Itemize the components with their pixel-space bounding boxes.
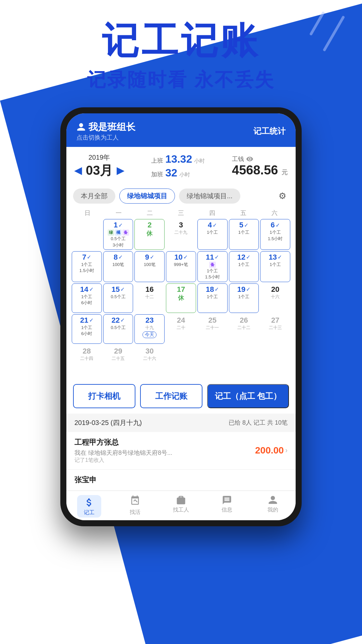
- record-item-1-left: 工程甲方张总 我在 绿地锦天府8号绿地锦天府8号... 记了1笔收入: [74, 437, 172, 464]
- phone-screen: 我是班组长 点击切换为工人 记工统计 2019年 ◀ 03月 ▶: [66, 113, 296, 520]
- cal-day-9[interactable]: 9 ✓ 100笔: [134, 251, 165, 282]
- record-item-2[interactable]: 张宝申: [66, 470, 296, 491]
- cal-day-28[interactable]: 28 二十四: [72, 345, 102, 375]
- cal-day-22[interactable]: 22 ✓ 0.5个工: [103, 314, 133, 344]
- cal-empty-1: [72, 219, 102, 250]
- cal-day-3[interactable]: 3 二十九: [166, 219, 196, 250]
- cal-day-14[interactable]: 14 ✓ 1个工6小时: [72, 283, 102, 313]
- weekday-mon: 一: [103, 209, 134, 217]
- cal-day-8[interactable]: 8 ✓ 100笔: [103, 251, 133, 282]
- cal-day-7[interactable]: 7 ✓ 1个工1.5小时: [72, 251, 102, 282]
- weekday-tue: 二: [134, 209, 165, 217]
- record-item-1-amount: 200.00 ›: [255, 445, 288, 456]
- cal-day-10[interactable]: 10 ✓ 999+笔: [166, 251, 196, 282]
- app-bar-subtitle[interactable]: 点击切换为工人: [76, 133, 135, 142]
- user-icon: [76, 122, 86, 132]
- filter-tab-all[interactable]: 本月全部: [73, 189, 115, 204]
- jigong-icon: [84, 497, 95, 508]
- app-subtitle: 记录随时看 永不丢失: [0, 67, 362, 93]
- app-bar: 我是班组长 点击切换为工人 记工统计: [66, 113, 296, 147]
- weekday-thu: 四: [197, 209, 228, 217]
- action-buttons: 打卡相机 工作记账 记工（点工 包工）: [66, 379, 296, 414]
- app-bar-left: 我是班组长 点击切换为工人: [76, 121, 135, 142]
- nav-item-xinxi[interactable]: 信息: [204, 491, 250, 520]
- nav-item-zhaohuo[interactable]: 找活: [112, 491, 158, 520]
- record-date: 2019-03-25 (四月十九): [74, 418, 142, 427]
- cal-day-4[interactable]: 4 ✓ 1个工: [197, 219, 228, 250]
- record-work-btn[interactable]: 记工（点工 包工）: [207, 384, 289, 408]
- punch-camera-btn[interactable]: 打卡相机: [73, 384, 135, 408]
- nav-label-zhaogongren: 找工人: [173, 506, 189, 514]
- cal-day-26[interactable]: 26 二十二: [229, 314, 259, 344]
- bottom-nav: 记工 找活 找工人: [66, 491, 296, 520]
- cal-day-5[interactable]: 5 ✓ 1个工: [229, 219, 259, 250]
- cal-day-29[interactable]: 29 二十五: [103, 345, 133, 375]
- stats-wage: 工钱 4568.56 元: [232, 155, 288, 177]
- record-item-2-title: 张宝申: [74, 475, 288, 485]
- cal-day-15[interactable]: 15 ✓ 0.5个工: [103, 283, 133, 313]
- nav-item-jigong[interactable]: 记工: [66, 491, 112, 520]
- cal-day-19[interactable]: 19 ✓ 1个工: [229, 283, 259, 313]
- filter-tabs: 本月全部 绿地锦城项目 绿地锦城项目... ⚙: [66, 185, 296, 207]
- eye-icon[interactable]: [246, 155, 253, 163]
- cal-day-13[interactable]: 13 ✓ 1个工: [260, 251, 290, 282]
- record-header: 2019-03-25 (四月十九) 已给 8人 记工 共 10笔: [66, 414, 296, 432]
- filter-tab-project1[interactable]: 绿地锦城项目: [119, 189, 175, 204]
- record-item-1-sub: 记了1笔收入: [74, 457, 172, 464]
- regular-hours: 上班 13.32 小时: [151, 153, 205, 165]
- record-item-1[interactable]: 工程甲方张总 我在 绿地锦天府8号绿地锦天府8号... 记了1笔收入 200.0…: [66, 432, 296, 470]
- filter-tab-project2[interactable]: 绿地锦城项目...: [179, 189, 240, 204]
- record-item-1-title: 工程甲方张总: [74, 437, 172, 447]
- stats-date: 2019年 ◀ 03月 ▶: [74, 153, 124, 179]
- overtime-hours: 加班 32 小时: [151, 167, 205, 179]
- app-title: 记工记账: [0, 20, 362, 61]
- work-ledger-btn[interactable]: 工作记账: [140, 384, 202, 408]
- cal-day-12[interactable]: 12 ✓ 1个工: [229, 251, 259, 282]
- calendar-grid: 1 ✓ 绿 橘 备 0.5个工3小时 2 休: [72, 219, 290, 375]
- next-month-btn[interactable]: ▶: [117, 165, 124, 176]
- nav-label-wode: 我的: [267, 506, 278, 514]
- stats-month: ◀ 03月 ▶: [74, 162, 124, 179]
- settings-btn[interactable]: ⚙: [276, 190, 289, 203]
- stats-year: 2019年: [74, 153, 124, 162]
- nav-active-bg: 记工: [77, 495, 101, 518]
- cal-day-24[interactable]: 24 二十: [166, 314, 196, 344]
- cal-day-17[interactable]: 17 休: [166, 283, 196, 313]
- cal-day-30[interactable]: 30 二十六: [134, 345, 165, 375]
- cal-empty-4: [229, 345, 259, 375]
- cal-empty-5: [260, 345, 290, 375]
- zhaohuo-icon: [130, 495, 140, 507]
- calendar-check-icon: [130, 495, 140, 505]
- cal-day-1[interactable]: 1 ✓ 绿 橘 备 0.5个工3小时: [103, 219, 133, 250]
- cal-day-11[interactable]: 11 ✓ 备 1个工1.5小时: [197, 251, 228, 282]
- cal-empty-2: [166, 345, 196, 375]
- stats-link[interactable]: 记工统计: [253, 126, 286, 137]
- calendar-header: 日 一 二 三 四 五 六: [72, 207, 290, 219]
- nav-item-zhaogongren[interactable]: 找工人: [158, 491, 204, 520]
- cal-day-18[interactable]: 18 ✓ 1个工: [197, 283, 228, 313]
- record-item-1-arrow: ›: [285, 446, 288, 455]
- cal-day-25[interactable]: 25 二十一: [197, 314, 228, 344]
- wage-value: 4568.56 元: [232, 163, 288, 177]
- weekday-sat: 六: [259, 209, 290, 217]
- cal-day-16[interactable]: 16 十二: [134, 283, 165, 313]
- briefcase-icon: [176, 495, 186, 505]
- nav-label-zhaohuo: 找活: [130, 509, 140, 516]
- cal-day-6[interactable]: 6 ✓ 1个工1.5小时: [260, 219, 290, 250]
- weekday-wed: 三: [165, 209, 196, 217]
- weekday-fri: 五: [228, 209, 259, 217]
- stats-row: 2019年 ◀ 03月 ▶ 上班 13.32 小时 加班 32: [66, 147, 296, 185]
- cal-day-27[interactable]: 27 二十三: [260, 314, 290, 344]
- app-bar-title: 我是班组长: [76, 121, 135, 133]
- cal-day-20[interactable]: 20 十六: [260, 283, 290, 313]
- cal-day-2[interactable]: 2 休: [134, 219, 165, 250]
- nav-item-wode[interactable]: 我的: [250, 491, 296, 520]
- prev-month-btn[interactable]: ◀: [74, 165, 82, 176]
- weekday-sun: 日: [72, 209, 103, 217]
- cal-day-21[interactable]: 21 ✓ 1个工6小时: [72, 314, 102, 344]
- cal-day-23-today[interactable]: 23 十九 今天: [134, 314, 165, 344]
- header-area: 记工记账 记录随时看 永不丢失: [0, 20, 362, 93]
- person-icon: [268, 495, 278, 505]
- stats-middle: 上班 13.32 小时 加班 32 小时: [151, 153, 205, 179]
- calendar: 日 一 二 三 四 五 六 1 ✓: [66, 207, 296, 379]
